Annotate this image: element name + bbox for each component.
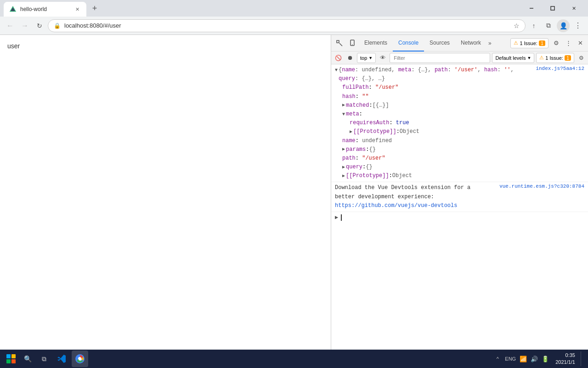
minimize-button[interactable] xyxy=(521,1,542,16)
expand-arrow-meta[interactable]: ▼ xyxy=(342,111,345,118)
expand-arrow-matched[interactable]: ▶ xyxy=(342,102,345,109)
devtools-header: Elements Console Sources Network » ⚠ 1 I… xyxy=(331,35,588,52)
key-meta: meta xyxy=(346,110,359,119)
expand-arrow-params[interactable]: ▶ xyxy=(342,146,345,153)
tree-meta-proto[interactable]: ▶ [[Prototype]]: Object xyxy=(350,127,528,136)
taskbar-vscode[interactable] xyxy=(53,351,70,367)
val-query: {} xyxy=(366,163,372,172)
close-button[interactable]: ✕ xyxy=(563,1,584,16)
lang-indicator: ENG xyxy=(504,356,517,362)
key-params: params xyxy=(346,145,366,154)
share-button[interactable]: ↑ xyxy=(527,19,540,32)
battery-icon[interactable]: 🔋 xyxy=(541,354,550,363)
tree-query[interactable]: ▶ query: {} xyxy=(342,163,528,172)
extensions-button[interactable]: ⧉ xyxy=(542,19,555,32)
page-heading: user xyxy=(7,42,20,50)
tree-proto[interactable]: ▶ [[Prototype]]: Object xyxy=(342,172,528,180)
close-tab-button[interactable]: ✕ xyxy=(74,6,81,13)
volume-icon[interactable]: 🔊 xyxy=(530,354,539,363)
val-hash: "" xyxy=(362,93,368,100)
dock-button[interactable]: ⋮ xyxy=(562,37,574,49)
tree-matched[interactable]: ▶ matched: [{…}] xyxy=(342,101,528,110)
taskbar-chrome[interactable] xyxy=(72,351,88,367)
tree-params[interactable]: ▶ params: {} xyxy=(342,145,528,154)
tab-elements[interactable]: Elements xyxy=(359,35,393,52)
val-fullPath: "/user" xyxy=(375,84,398,91)
object-root-text: {name: undefined, meta: {…}, path: '/use… xyxy=(339,66,528,83)
issues-label: 1 Issue: xyxy=(545,55,563,61)
vue-favicon xyxy=(9,6,17,13)
key-query: query xyxy=(346,163,362,172)
entry-file-link[interactable]: index.js?5aa4:12 xyxy=(532,64,588,73)
key-proto: [[Prototype]] xyxy=(346,172,389,180)
issues-badge-num: 1 xyxy=(565,55,571,61)
chevron-up-button[interactable]: ^ xyxy=(493,354,502,363)
context-label: top xyxy=(360,55,367,61)
key-name: name xyxy=(342,138,356,144)
tree-meta[interactable]: ▼ meta: xyxy=(342,110,528,119)
taskbar: 🔍 ⧉ ^ ENG 📶 🔊 🔋 0:35 2021/1/1 xyxy=(0,350,588,368)
console-output: ▼ {name: undefined, meta: {…}, path: '/u… xyxy=(331,64,588,350)
console-prompt[interactable]: ▶ xyxy=(331,212,588,223)
object-root[interactable]: ▼ {name: undefined, meta: {…}, path: '/u… xyxy=(335,66,528,83)
cursor-caret xyxy=(341,214,342,221)
settings-button[interactable]: ⚙ xyxy=(550,37,562,49)
forward-button[interactable]: → xyxy=(18,19,31,32)
new-tab-button[interactable]: + xyxy=(88,2,101,15)
expand-arrow-proto[interactable]: ▶ xyxy=(342,172,345,180)
browser-tab[interactable]: hello-world ✕ xyxy=(4,2,86,17)
key-path: path xyxy=(342,155,356,161)
default-levels-selector[interactable]: Default levels ▼ xyxy=(492,53,534,63)
svg-rect-4 xyxy=(337,40,339,43)
tab-console[interactable]: Console xyxy=(393,35,424,52)
vue-devtools-link[interactable]: https://github.com/vuejs/vue-devtools xyxy=(335,202,457,209)
key-hash: hash xyxy=(342,93,356,100)
start-button[interactable] xyxy=(4,351,18,366)
vue-message-file-link[interactable]: vue.runtime.esm.js?c320:8784 xyxy=(496,182,588,190)
search-button[interactable]: 🔍 xyxy=(20,351,35,366)
tree-hash: hash: "" xyxy=(342,92,528,101)
issues-badge[interactable]: ⚠ 1 Issue: 1 xyxy=(510,38,548,48)
back-button[interactable]: ← xyxy=(4,19,17,32)
tab-sources[interactable]: Sources xyxy=(424,35,455,52)
task-view-button[interactable]: ⧉ xyxy=(37,351,51,366)
expand-arrow-query[interactable]: ▶ xyxy=(342,164,345,171)
reload-button[interactable]: ↻ xyxy=(33,19,46,32)
levels-label: Default levels xyxy=(495,55,526,61)
svg-rect-3 xyxy=(551,6,554,10)
vue-devtools-entry: Download the Vue Devtools extension for … xyxy=(331,182,588,212)
levels-dropdown-icon: ▼ xyxy=(527,56,531,60)
show-desktop-button[interactable] xyxy=(581,351,584,366)
svg-point-6 xyxy=(352,44,353,45)
tab-network[interactable]: Network xyxy=(455,35,486,52)
key-requiresAuth: requiresAuth xyxy=(350,120,389,126)
val-proto: Object xyxy=(392,172,412,180)
console-entry-object: ▼ {name: undefined, meta: {…}, path: '/u… xyxy=(331,64,588,182)
device-toolbar-button[interactable] xyxy=(346,35,359,52)
console-settings-button[interactable]: ⚙ xyxy=(576,53,586,63)
inspect-element-button[interactable] xyxy=(333,35,346,52)
vue-devtools-text: Download the Vue Devtools extension for … xyxy=(335,184,492,210)
val-path: "/user" xyxy=(362,155,385,161)
profile-button[interactable]: 👤 xyxy=(557,19,570,32)
restore-button[interactable] xyxy=(542,1,563,16)
taskbar-date: 2021/1/1 xyxy=(555,359,575,366)
prompt-arrow-icon: ▶ xyxy=(335,214,338,221)
eye-icon-button[interactable]: 👁 xyxy=(378,53,388,63)
preserve-log-button[interactable]: ⏺ xyxy=(345,53,355,63)
address-bar[interactable]: 🔒 localhost:8080/#/user ☆ xyxy=(48,19,526,32)
more-tabs-button[interactable]: » xyxy=(486,40,493,46)
expand-arrow-root[interactable]: ▼ xyxy=(335,67,338,74)
taskbar-clock[interactable]: 0:35 2021/1/1 xyxy=(552,352,579,366)
lock-icon: 🔒 xyxy=(54,23,61,29)
filter-input[interactable] xyxy=(390,53,490,63)
context-selector[interactable]: top ▼ xyxy=(357,53,376,63)
expand-arrow-meta-proto[interactable]: ▶ xyxy=(350,128,352,136)
bookmark-icon[interactable]: ☆ xyxy=(514,22,520,29)
issues-toolbar-btn[interactable]: ⚠ 1 Issue: 1 xyxy=(536,53,574,63)
clear-console-button[interactable]: 🚫 xyxy=(333,53,343,63)
network-icon[interactable]: 📶 xyxy=(519,354,528,363)
menu-button[interactable]: ⋮ xyxy=(571,19,584,32)
close-devtools-button[interactable]: ✕ xyxy=(574,37,586,49)
tree-name: name: undefined xyxy=(342,137,528,145)
